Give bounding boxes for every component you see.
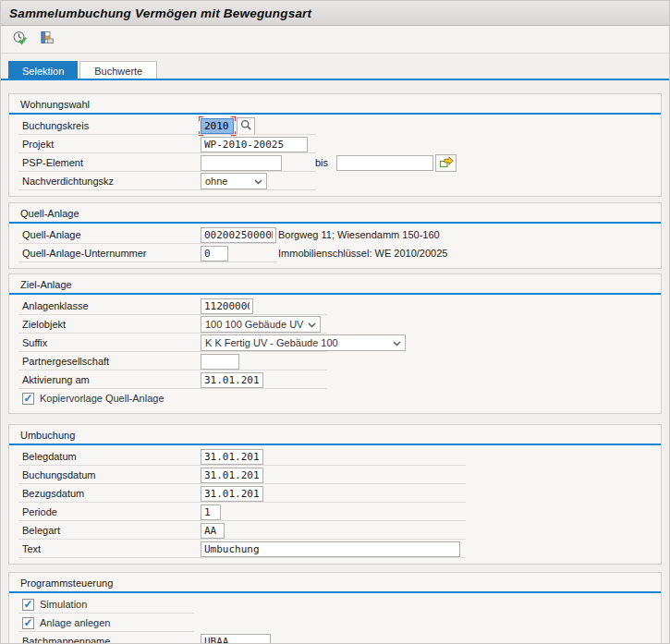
belegdatum-label: Belegdatum: [22, 451, 201, 462]
group-quell-anlage-title: Quell-Anlage: [9, 203, 661, 222]
page-title: Sammelumbuchung Vermögen mit Bewegungsar…: [9, 6, 311, 20]
tab-accent-line: [1, 79, 669, 80]
psp-element-label: PSP-Element: [22, 157, 201, 168]
anlagenklasse-label: Anlagenklasse: [22, 300, 201, 311]
field-row-suffix: Suffix K K Fertig UV - Gebäude 100: [22, 334, 661, 352]
buchungskreis-input[interactable]: [201, 118, 234, 134]
checkmark-icon: ✓: [23, 617, 32, 628]
unternummer-label: Quell-Anlage-Unternummer: [22, 248, 201, 259]
belegart-label: Belegart: [22, 525, 201, 536]
kopiervorlage-label: Kopiervorlage Quell-Anlage: [40, 393, 164, 404]
chevron-down-icon: [308, 319, 316, 330]
kopiervorlage-checkbox[interactable]: ✓: [22, 393, 34, 405]
zielobjekt-dropdown[interactable]: 100 100 Gebäude UV: [201, 316, 321, 333]
field-row-simulation: ✓ Simulation: [22, 595, 661, 614]
field-row-periode: Periode: [22, 503, 661, 521]
text-input[interactable]: [201, 541, 460, 557]
bezugsdatum-input[interactable]: [201, 486, 263, 502]
buchungskreis-label: Buchungskreis: [22, 120, 201, 131]
suffix-label: Suffix: [22, 337, 201, 348]
zielobjekt-label: Zielobjekt: [22, 319, 201, 330]
simulation-checkbox[interactable]: ✓: [22, 599, 34, 611]
get-variant-button[interactable]: [36, 30, 56, 50]
group-ziel-anlage: Ziel-Anlage Anlagenklasse Zielobjekt 100…: [8, 273, 662, 414]
nachverdichtungskz-label: Nachverdichtungskz: [22, 176, 201, 187]
group-quell-anlage: Quell-Anlage Quell-Anlage Borgweg 11; Wi…: [8, 202, 662, 269]
selection-screen: Wohnungswahl Buchungskreis: [1, 80, 669, 644]
buchungsdatum-input[interactable]: [201, 468, 263, 483]
tab-buchwerte-label: Buchwerte: [94, 66, 142, 77]
field-row-psp-element: PSP-Element bis: [22, 153, 661, 172]
field-row-projekt: Projekt: [22, 135, 661, 153]
field-row-zielobjekt: Zielobjekt 100 100 Gebäude UV: [22, 315, 661, 334]
execute-clock-icon: [12, 30, 28, 48]
field-row-kopiervorlage: ✓ Kopiervorlage Quell-Anlage: [22, 389, 661, 407]
belegdatum-input[interactable]: [201, 449, 263, 465]
buchungsdatum-label: Buchungsdatum: [22, 469, 201, 480]
periode-label: Periode: [22, 506, 201, 517]
batchmappenname-input[interactable]: [201, 634, 271, 644]
title-bar: Sammelumbuchung Vermögen mit Bewegungsar…: [1, 1, 669, 26]
projekt-label: Projekt: [22, 139, 201, 150]
quell-anlage-input[interactable]: [201, 227, 276, 243]
anlage-anlegen-label: Anlage anlegen: [40, 617, 110, 628]
value-help-button[interactable]: [237, 117, 255, 135]
field-row-unternummer: Quell-Anlage-Unternummer Immobilienschlü…: [22, 244, 661, 262]
suffix-dropdown[interactable]: K K Fertig UV - Gebäude 100: [201, 334, 406, 351]
multiple-selection-arrow-icon: [439, 155, 454, 170]
nachverdichtungskz-dropdown[interactable]: ohne: [201, 173, 267, 189]
checkmark-icon: ✓: [23, 599, 32, 610]
group-ziel-anlage-title: Ziel-Anlage: [9, 274, 661, 293]
field-row-anlage-anlegen: ✓ Anlage anlegen: [22, 614, 661, 632]
anlagenklasse-input[interactable]: [201, 298, 253, 314]
psp-to-input[interactable]: [336, 155, 433, 171]
aktivierung-am-input[interactable]: [201, 372, 263, 388]
execute-button[interactable]: [9, 30, 30, 50]
bis-label: bis: [315, 157, 328, 168]
psp-from-input[interactable]: [201, 155, 282, 171]
immobilienschluessel-text: Immobilienschlüssel: WE 2010/20025: [278, 248, 447, 259]
field-row-buchungskreis: Buchungskreis: [22, 116, 661, 135]
sap-window: Sammelumbuchung Vermögen mit Bewegungsar…: [0, 0, 670, 644]
suffix-value: K K Fertig UV - Gebäude 100: [205, 337, 338, 348]
group-wohnungswahl-title: Wohnungswahl: [9, 94, 661, 113]
tab-strip: Selektion Buchwerte: [1, 54, 669, 80]
chevron-down-icon: [254, 176, 262, 187]
search-icon: [240, 119, 252, 133]
projekt-input[interactable]: [201, 137, 308, 152]
batchmappenname-label: Batchmappenname: [22, 636, 201, 644]
bezugsdatum-label: Bezugsdatum: [22, 488, 201, 499]
application-toolbar: [1, 26, 669, 54]
tab-selektion[interactable]: Selektion: [8, 61, 78, 80]
field-row-anlagenklasse: Anlagenklasse: [22, 297, 661, 315]
group-programmsteuerung-title: Programmsteuerung: [9, 573, 661, 591]
chevron-down-icon: [393, 337, 401, 348]
group-umbuchung-title: Umbuchung: [9, 425, 661, 444]
field-row-nachverdichtungskz: Nachverdichtungskz ohne: [22, 172, 661, 190]
nachverdichtungskz-value: ohne: [205, 176, 227, 187]
zielobjekt-value: 100 100 Gebäude UV: [205, 319, 303, 330]
belegart-input[interactable]: [201, 523, 225, 539]
quell-anlage-description: Borgweg 11; Wiesendamm 150-160: [278, 229, 440, 240]
field-row-buchungsdatum: Buchungsdatum: [22, 466, 661, 484]
multiple-selection-button[interactable]: [435, 154, 457, 172]
tab-buchwerte[interactable]: Buchwerte: [79, 61, 157, 80]
anlage-anlegen-checkbox[interactable]: ✓: [22, 617, 34, 629]
field-row-partnergesellschaft: Partnergesellschaft: [22, 352, 661, 371]
field-row-bezugsdatum: Bezugsdatum: [22, 484, 661, 503]
checkmark-icon: ✓: [23, 393, 32, 404]
field-row-belegdatum: Belegdatum: [22, 447, 661, 466]
partnergesellschaft-input[interactable]: [201, 354, 239, 370]
field-row-batchmappenname: Batchmappenname: [22, 632, 661, 644]
field-row-quell-anlage: Quell-Anlage Borgweg 11; Wiesendamm 150-…: [22, 225, 661, 244]
get-variant-icon: [39, 30, 55, 48]
group-umbuchung: Umbuchung Belegdatum Buchungsdatum Bezug…: [8, 424, 662, 565]
simulation-label: Simulation: [40, 599, 87, 610]
aktivierung-am-label: Aktivierung am: [22, 374, 201, 385]
unternummer-input[interactable]: [201, 246, 228, 261]
group-programmsteuerung: Programmsteuerung ✓ Simulation ✓ Anlage …: [8, 572, 662, 644]
field-row-belegart: Belegart: [22, 521, 661, 540]
field-row-aktivierung-am: Aktivierung am: [22, 371, 661, 389]
group-wohnungswahl: Wohnungswahl Buchungskreis: [8, 93, 662, 197]
periode-input[interactable]: [201, 504, 221, 520]
